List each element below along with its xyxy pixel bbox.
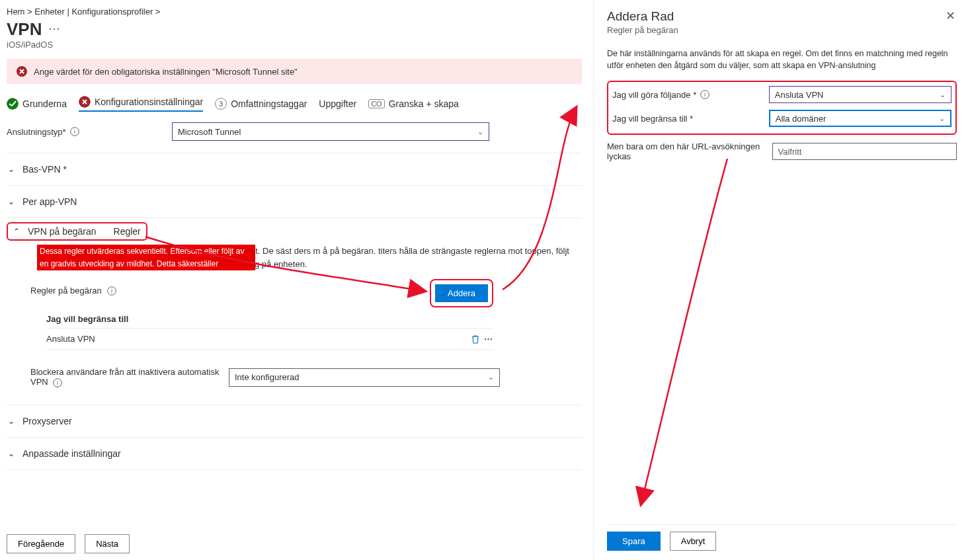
rules-description-highlight: Dessa regler utvärderas sekventiellt. Ef… [37, 245, 255, 270]
chevron-down-icon: ⌄ [488, 373, 494, 381]
section-label: Anpassade inställningar [22, 448, 121, 459]
step-review[interactable]: CO Granska + skapa [368, 99, 459, 109]
section-proxy[interactable]: ⌄ Proxyserver [7, 409, 582, 433]
step-label: Konfigurationsinställningar [95, 97, 203, 107]
panel-subtitle: Regler på begäran [607, 25, 678, 35]
url-probe-input[interactable]: Valfritt [772, 143, 957, 160]
wizard-steps: Grunderna Konfigurationsinställningar 3 … [7, 96, 582, 112]
step-label: Uppgifter [319, 99, 356, 109]
block-disable-select[interactable]: Inte konfigurerad ⌄ [229, 368, 500, 387]
close-icon[interactable]: ✕ [944, 9, 957, 22]
more-actions[interactable]: ⋯ [48, 21, 60, 38]
chevron-down-icon: ⌄ [7, 197, 16, 206]
action-label: Jag vill göra följande * [612, 90, 696, 100]
section-label: Bas-VPN * [22, 164, 67, 175]
info-icon[interactable]: i [53, 378, 62, 387]
section-base-vpn[interactable]: ⌄ Bas-VPN * [7, 157, 582, 181]
panel-description: De här inställningarna används för att s… [607, 48, 957, 71]
panel-title: Addera Rad [607, 9, 678, 24]
error-icon [17, 66, 27, 77]
section-suffix: Regler [114, 226, 141, 237]
ondemand-rules-label: Regler på begäran [30, 286, 102, 296]
breadcrumb[interactable]: Hem > Enheter | Konfigurationsprofiler > [7, 7, 582, 17]
chevron-up-icon: ⌃ [12, 227, 21, 236]
svg-point-1 [7, 98, 19, 110]
section-label: Proxyserver [22, 416, 72, 426]
action-select[interactable]: Ansluta VPN ⌄ [769, 86, 951, 103]
rule-row[interactable]: Ansluta VPN ⋯ [46, 328, 493, 350]
info-icon[interactable]: i [700, 90, 709, 99]
section-label: VPN på begäran [28, 226, 97, 237]
previous-button[interactable]: Föregående [7, 534, 75, 553]
chevron-down-icon: ⌄ [7, 449, 16, 458]
validation-alert: Ange värdet för den obligatoriska instäl… [7, 59, 582, 84]
restrict-label: Jag vill begränsa till * [612, 114, 693, 124]
section-vpn-ondemand[interactable]: ⌃ VPN på begäran Regler [8, 223, 141, 239]
step-scope[interactable]: 3 Omfattningstaggar [215, 98, 307, 110]
select-value: Microsoft Tunnel [178, 127, 241, 137]
step-prefix: CO [368, 99, 385, 108]
step-number: 3 [215, 98, 227, 110]
next-button[interactable]: Nästa [85, 534, 130, 553]
svg-text:i: i [74, 128, 75, 135]
svg-text:i: i [57, 380, 58, 386]
add-row-panel: Addera Rad Regler på begäran ✕ De här in… [593, 0, 970, 560]
chevron-down-icon: ⌄ [940, 91, 946, 99]
error-icon [79, 96, 91, 108]
connection-type-label: Anslutningstyp* [7, 127, 66, 137]
step-label: Omfattningstaggar [231, 99, 307, 109]
section-label: Per app-VPN [22, 196, 77, 207]
page-title: VPN [7, 19, 42, 40]
rule-column-header: Jag vill begränsa till [46, 310, 493, 328]
chevron-down-icon: ⌄ [7, 417, 16, 426]
chevron-down-icon: ⌄ [939, 114, 945, 123]
cancel-button[interactable]: Avbryt [670, 532, 717, 551]
svg-text:i: i [704, 91, 706, 98]
svg-text:i: i [111, 288, 112, 294]
chevron-down-icon: ⌄ [477, 128, 483, 136]
info-icon[interactable]: i [107, 286, 116, 296]
select-value: Inte konfigurerad [235, 372, 300, 382]
select-value: Alla domäner [776, 114, 827, 124]
step-config[interactable]: Konfigurationsinställningar [79, 96, 203, 112]
section-custom[interactable]: ⌄ Anpassade inställningar [7, 442, 582, 465]
url-probe-label: Men bara om den här URL-avsökningen lyck… [607, 141, 766, 161]
info-icon[interactable]: i [70, 127, 79, 136]
section-per-app-vpn[interactable]: ⌄ Per app-VPN [7, 190, 582, 214]
input-placeholder: Valfritt [778, 147, 802, 157]
step-label: Granska + skapa [389, 99, 459, 109]
select-value: Ansluta VPN [775, 90, 824, 100]
step-basics[interactable]: Grunderna [7, 98, 67, 110]
restrict-select[interactable]: Alla domäner ⌄ [769, 110, 951, 127]
step-label: Grunderna [22, 99, 67, 109]
subtitle: iOS/iPadOS [7, 40, 582, 50]
trash-icon[interactable] [471, 335, 480, 344]
check-icon [7, 98, 19, 110]
row-more-icon[interactable]: ⋯ [484, 334, 493, 344]
chevron-down-icon: ⌄ [7, 165, 16, 174]
step-assignments[interactable]: Uppgifter [319, 99, 356, 109]
add-rule-button[interactable]: Addera [435, 284, 488, 302]
alert-text: Ange värdet för den obligatoriska instäl… [34, 67, 298, 77]
save-button[interactable]: Spara [607, 532, 661, 551]
connection-type-select[interactable]: Microsoft Tunnel ⌄ [172, 122, 489, 141]
rule-value: Ansluta VPN [46, 334, 95, 344]
